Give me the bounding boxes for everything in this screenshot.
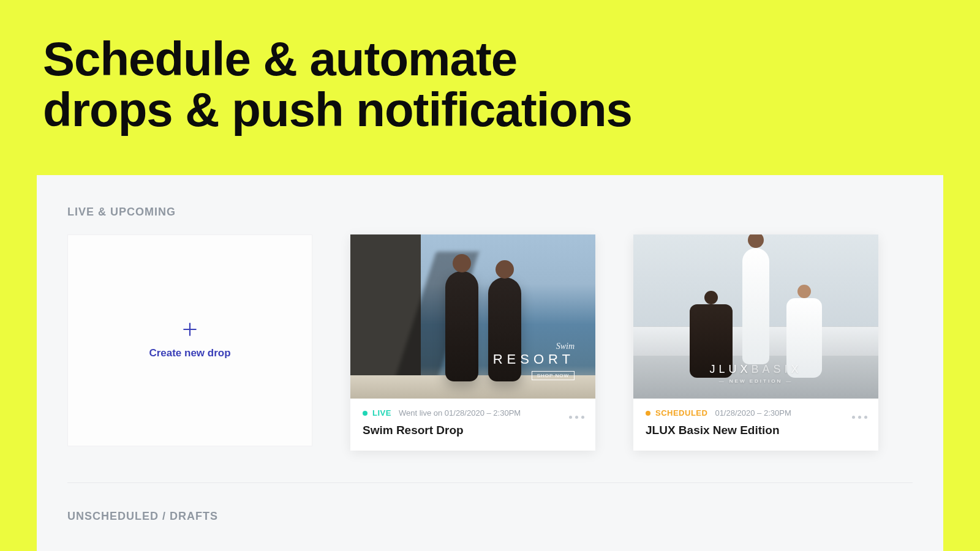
status-label: SCHEDULED xyxy=(655,408,707,418)
section-drafts-label: UNSCHEDULED / DRAFTS xyxy=(67,510,913,523)
overlay-script: Swim xyxy=(493,342,575,351)
status-dot-icon xyxy=(363,411,368,416)
dots-icon xyxy=(852,416,855,419)
section-live-upcoming-label: LIVE & UPCOMING xyxy=(67,206,913,219)
overlay-cta: SHOP NOW xyxy=(532,371,575,380)
status-date: Went live on 01/28/2020 – 2:30PM xyxy=(399,408,521,418)
drop-status-row: LIVE Went live on 01/28/2020 – 2:30PM xyxy=(363,408,583,418)
drops-panel: LIVE & UPCOMING Create new drop Swim RES… xyxy=(37,175,943,551)
status-date: 01/28/2020 – 2:30PM xyxy=(715,408,791,418)
overlay-brand: JLUXBASIX xyxy=(709,363,802,376)
drop-card-body: LIVE Went live on 01/28/2020 – 2:30PM Sw… xyxy=(350,399,595,451)
drops-card-row: Create new drop Swim RESORT SHOP NOW LIV… xyxy=(67,234,913,451)
more-options-button[interactable] xyxy=(852,416,867,419)
overlay-main: RESORT xyxy=(493,351,575,367)
plus-icon xyxy=(182,321,198,337)
drop-image-overlay: Swim RESORT SHOP NOW xyxy=(493,342,575,380)
headline-line-2: drops & push notifications xyxy=(43,84,632,135)
drop-title: JLUX Basix New Edition xyxy=(646,424,866,437)
drop-card[interactable]: JLUXBASIX NEW EDITION SCHEDULED 01/28/20… xyxy=(633,234,878,451)
overlay-brand-a: JLUX xyxy=(709,363,751,375)
create-new-drop-button[interactable]: Create new drop xyxy=(67,234,312,446)
drop-card-image: JLUXBASIX NEW EDITION xyxy=(633,234,878,399)
more-options-button[interactable] xyxy=(569,416,584,419)
overlay-brand-b: BASIX xyxy=(751,363,802,375)
drop-image-overlay: JLUXBASIX NEW EDITION xyxy=(709,363,802,384)
create-new-drop-label: Create new drop xyxy=(149,347,230,359)
drop-card-image: Swim RESORT SHOP NOW xyxy=(350,234,595,399)
dots-icon xyxy=(569,416,572,419)
section-divider xyxy=(67,482,913,483)
drop-status-row: SCHEDULED 01/28/2020 – 2:30PM xyxy=(646,408,866,418)
drop-card[interactable]: Swim RESORT SHOP NOW LIVE Went live on 0… xyxy=(350,234,595,451)
headline-line-1: Schedule & automate xyxy=(43,34,632,84)
drop-title: Swim Resort Drop xyxy=(363,424,583,437)
drop-card-body: SCHEDULED 01/28/2020 – 2:30PM JLUX Basix… xyxy=(633,399,878,451)
overlay-sub: NEW EDITION xyxy=(709,378,802,384)
page-headline: Schedule & automate drops & push notific… xyxy=(43,34,632,135)
status-label: LIVE xyxy=(372,408,391,418)
status-dot-icon xyxy=(646,411,650,416)
